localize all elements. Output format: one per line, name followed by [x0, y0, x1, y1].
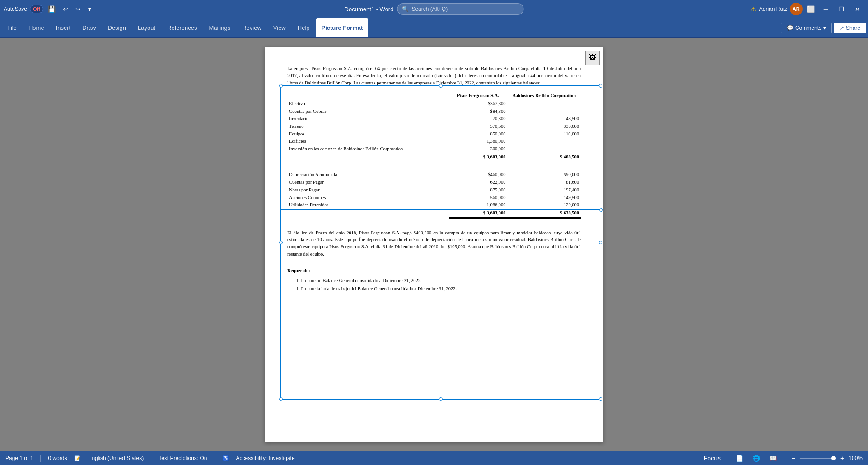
- user-avatar[interactable]: AR: [790, 3, 803, 15]
- minimize-button[interactable]: ─: [819, 4, 832, 15]
- row-label: Notas por Pagar: [287, 186, 449, 194]
- zoom-in-button[interactable]: +: [839, 454, 846, 463]
- title-bar: AutoSave Off 💾 ↩ ↪ ▾ Document1 - Word 🔍 …: [0, 0, 868, 18]
- ribbon: File Home Insert Draw Design Layout Refe…: [0, 18, 868, 38]
- warning-icon: ⚠: [751, 5, 756, 13]
- row-label: Cuentas por Pagar: [287, 179, 449, 186]
- row-label: Inversión en las acciones de Baldosines …: [287, 145, 449, 153]
- redo-button[interactable]: ↪: [73, 4, 84, 14]
- table-row: Inventario 70,300 48,500: [287, 115, 581, 123]
- row-pisos: 1,086,000: [449, 201, 508, 209]
- table-row: Acciones Comunes 560,000 149,500: [287, 194, 581, 202]
- resize-handle-mr[interactable]: [599, 241, 602, 244]
- tab-view[interactable]: View: [268, 18, 291, 37]
- liabilities-table: Depreciación Acumulada $460,000 $90,000 …: [287, 171, 581, 218]
- titlebar-right: ⚠ Adrian Ruiz AR ⬜ ─ ❐ ✕: [751, 3, 864, 15]
- search-icon: 🔍: [402, 6, 409, 12]
- row-baldosines: 81,600: [508, 179, 581, 186]
- search-box[interactable]: 🔍 Search (Alt+Q): [397, 3, 523, 15]
- row-label: Depreciación Acumulada: [287, 171, 449, 179]
- resize-handle-bm[interactable]: [439, 397, 443, 401]
- list-item-1: 1. Prepare un Balance General consolidad…: [296, 278, 581, 284]
- share-button[interactable]: ↗ Share: [834, 23, 866, 33]
- tab-review[interactable]: Review: [237, 18, 267, 37]
- page: 🖼 La empresa Pisos Fergusson S.A. compró…: [265, 47, 603, 442]
- tab-draw[interactable]: Draw: [77, 18, 101, 37]
- list-item-2: 1. Prepare la hoja de trabajo del Balanc…: [296, 286, 581, 293]
- tab-home[interactable]: Home: [23, 18, 50, 37]
- tab-picture-format[interactable]: Picture Format: [316, 18, 369, 37]
- separator-1: [40, 455, 41, 462]
- separator-3: [215, 455, 215, 462]
- row-baldosines: 110,000: [508, 130, 581, 138]
- comments-chevron-icon: ▾: [823, 25, 826, 31]
- focus-button[interactable]: Focus: [702, 454, 723, 463]
- tab-references[interactable]: References: [162, 18, 202, 37]
- row-pisos: $367,800: [449, 100, 508, 108]
- table-row: Utilidades Retenidas 1,086,000 120,000: [287, 201, 581, 209]
- resize-handle-inner-r[interactable]: [599, 208, 603, 212]
- row-pisos-total: $ 3,603,000: [449, 209, 508, 218]
- close-button[interactable]: ✕: [850, 4, 864, 15]
- user-info: ⚠ Adrian Ruiz AR: [751, 3, 803, 15]
- autosave-label: AutoSave: [4, 6, 27, 12]
- requerido-label: Requerido:: [287, 268, 581, 274]
- document-area[interactable]: 🖼 La empresa Pisos Fergusson S.A. compró…: [0, 38, 868, 451]
- autosave-toggle[interactable]: Off: [30, 5, 43, 13]
- resize-handle-tr[interactable]: [599, 84, 602, 88]
- resize-handle-ml[interactable]: [279, 241, 283, 244]
- intro-paragraph: La empresa Pisos Fergusson S.A. compró e…: [287, 65, 581, 86]
- tab-insert[interactable]: Insert: [51, 18, 76, 37]
- customize-quick-access-button[interactable]: ▾: [85, 4, 94, 14]
- spacer2: [287, 222, 581, 229]
- image-placeholder-icon[interactable]: 🖼: [585, 51, 600, 65]
- restore-button[interactable]: ❐: [834, 4, 849, 15]
- titlebar-left: AutoSave Off 💾 ↩ ↪ ▾: [4, 4, 94, 14]
- table-row: Depreciación Acumulada $460,000 $90,000: [287, 171, 581, 179]
- row-pisos: $460,000: [449, 171, 508, 179]
- zoom-slider-track[interactable]: [800, 458, 836, 459]
- zoom-out-button[interactable]: −: [790, 454, 797, 463]
- col-header-baldosines: Baldosines Brillón Corporation: [508, 92, 581, 100]
- resize-handle-tl[interactable]: [279, 84, 283, 88]
- undo-button[interactable]: ↩: [60, 4, 71, 14]
- accessibility: Accessibility: Investigate: [236, 455, 295, 461]
- resize-handle-br[interactable]: [599, 397, 602, 401]
- row-pisos: 622,000: [449, 179, 508, 186]
- row-pisos: 560,000: [449, 194, 508, 202]
- zoom-slider-thumb: [831, 456, 836, 460]
- table-row: Cuentas por Pagar 622,000 81,600: [287, 179, 581, 186]
- separator-4: [728, 455, 728, 462]
- accessibility-icon: ♿: [222, 455, 229, 461]
- spacer3: [287, 263, 581, 268]
- content-area: La empresa Pisos Fergusson S.A. compró e…: [287, 65, 581, 293]
- row-label: [287, 209, 449, 218]
- tab-layout[interactable]: Layout: [132, 18, 161, 37]
- row-pisos: 850,000: [449, 130, 508, 138]
- tab-help[interactable]: Help: [292, 18, 315, 37]
- ribbon-display-button[interactable]: ⬜: [804, 4, 817, 14]
- statusbar: Page 1 of 1 0 words 📝 English (United St…: [0, 451, 868, 465]
- row-label: Terreno: [287, 123, 449, 130]
- read-mode-button[interactable]: 📖: [767, 454, 779, 463]
- tab-file[interactable]: File: [2, 18, 22, 37]
- print-layout-view-button[interactable]: 📄: [734, 454, 745, 463]
- save-button[interactable]: 💾: [45, 4, 58, 14]
- row-pisos: 1,360,000: [449, 138, 508, 145]
- ribbon-right: 💬 Comments ▾ ↗ Share: [781, 18, 866, 37]
- text-predictions: Text Predictions: On: [159, 455, 207, 461]
- resize-handle-bl[interactable]: [279, 397, 283, 401]
- search-placeholder: Search (Alt+Q): [411, 6, 448, 12]
- row-baldosines: 197,400: [508, 186, 581, 194]
- comments-button[interactable]: 💬 Comments ▾: [781, 23, 832, 33]
- tab-design[interactable]: Design: [103, 18, 131, 37]
- row-baldosines: [508, 100, 581, 108]
- titlebar-center: Document1 - Word 🔍 Search (Alt+Q): [345, 3, 524, 15]
- table-row: Notas por Pagar 875,000 197,400: [287, 186, 581, 194]
- row-pisos: 875,000: [449, 186, 508, 194]
- separator-5: [784, 455, 784, 462]
- tab-mailings[interactable]: Mailings: [204, 18, 236, 37]
- row-pisos: 70,300: [449, 115, 508, 123]
- web-layout-view-button[interactable]: 🌐: [751, 454, 762, 463]
- row-label: Edificios: [287, 138, 449, 145]
